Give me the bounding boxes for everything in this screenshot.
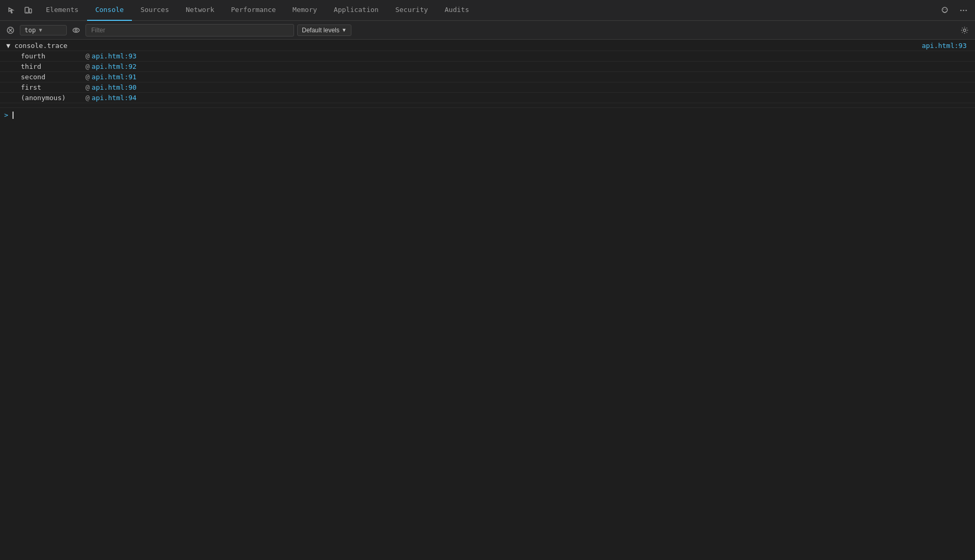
levels-arrow: ▼	[342, 27, 347, 33]
entry-label: second	[21, 73, 83, 81]
entry-link[interactable]: api.html:91	[92, 73, 137, 81]
trace-header-text: ▼ console.trace	[6, 42, 67, 50]
table-row: first @ api.html:90	[0, 82, 975, 93]
more-options-button[interactable]	[956, 3, 971, 18]
devtools-window: Elements Console Sources Network Perform…	[0, 0, 975, 560]
console-prompt-row: >	[0, 107, 975, 122]
main-tabs: Elements Console Sources Network Perform…	[38, 0, 478, 21]
user-feedback-button[interactable]	[937, 3, 952, 18]
tab-application[interactable]: Application	[325, 0, 387, 21]
levels-button[interactable]: Default levels ▼	[297, 25, 351, 36]
inspect-element-button[interactable]	[4, 3, 19, 18]
tab-sources[interactable]: Sources	[132, 0, 177, 21]
context-selector[interactable]: top ▼	[20, 25, 67, 35]
entry-at: @	[86, 73, 90, 81]
eye-button[interactable]	[70, 24, 82, 36]
filter-input[interactable]	[89, 26, 290, 35]
prompt-arrow: >	[4, 111, 8, 119]
entry-at: @	[86, 83, 90, 91]
console-toolbar: top ▼ Default levels ▼	[0, 21, 975, 40]
settings-button[interactable]	[958, 24, 971, 36]
entry-link[interactable]: api.html:90	[92, 83, 137, 91]
table-row: (anonymous) @ api.html:94	[0, 93, 975, 103]
entry-label: first	[21, 83, 83, 91]
tab-security[interactable]: Security	[387, 0, 436, 21]
entry-link[interactable]: api.html:94	[92, 94, 137, 102]
svg-point-9	[966, 9, 967, 11]
svg-point-13	[73, 28, 79, 32]
tab-bar: Elements Console Sources Network Perform…	[0, 0, 975, 21]
tab-elements[interactable]: Elements	[38, 0, 87, 21]
entry-at: @	[86, 52, 90, 60]
entry-at: @	[86, 94, 90, 102]
filter-container[interactable]	[86, 24, 294, 36]
console-content: ▼ console.trace api.html:93 fourth @ api…	[0, 40, 975, 560]
toolbar-right	[937, 3, 971, 18]
svg-point-7	[960, 9, 962, 11]
table-row: fourth @ api.html:93	[0, 51, 975, 62]
trace-header-link[interactable]: api.html:93	[922, 42, 967, 50]
tab-audits[interactable]: Audits	[436, 0, 478, 21]
context-dropdown-arrow: ▼	[39, 27, 42, 33]
svg-point-15	[964, 29, 966, 31]
clear-console-button[interactable]	[4, 24, 17, 36]
tab-memory[interactable]: Memory	[284, 0, 325, 21]
device-toolbar-button[interactable]	[21, 3, 35, 18]
levels-label: Default levels	[302, 27, 339, 34]
tab-console[interactable]: Console	[87, 0, 132, 21]
entry-link[interactable]: api.html:92	[92, 63, 137, 70]
trace-entries: fourth @ api.html:93third @ api.html:92s…	[0, 51, 975, 103]
entry-label: fourth	[21, 52, 83, 60]
prompt-cursor	[13, 112, 14, 119]
table-row: third @ api.html:92	[0, 62, 975, 72]
context-value: top	[25, 27, 36, 34]
entry-at: @	[86, 63, 90, 70]
svg-point-14	[75, 29, 77, 31]
trace-header-row: ▼ console.trace api.html:93	[0, 40, 975, 51]
entry-label: third	[21, 63, 83, 70]
tab-network[interactable]: Network	[177, 0, 223, 21]
entry-label: (anonymous)	[21, 94, 83, 102]
entry-link[interactable]: api.html:93	[92, 52, 137, 60]
svg-point-8	[963, 9, 965, 11]
table-row: second @ api.html:91	[0, 72, 975, 82]
tab-performance[interactable]: Performance	[223, 0, 284, 21]
